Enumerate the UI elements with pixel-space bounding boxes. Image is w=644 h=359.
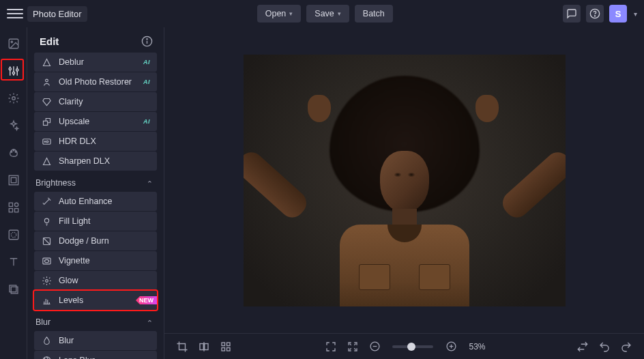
rail-item-textures[interactable] <box>4 225 23 244</box>
tool-label: HDR DLX <box>59 137 96 146</box>
photo <box>244 55 566 306</box>
tool-old-photo-restorer[interactable]: Old Photo RestorerAI <box>34 72 157 91</box>
rail-item-liquify[interactable] <box>4 89 23 108</box>
svg-point-34 <box>45 279 48 282</box>
drop-icon <box>41 335 52 346</box>
triangle-icon <box>41 156 52 167</box>
wand-icon <box>41 196 52 207</box>
svg-point-12 <box>13 150 14 152</box>
tool-deblur[interactable]: DeblurAI <box>34 53 157 72</box>
tool-clarity[interactable]: Clarity <box>34 92 157 111</box>
rail-item-retouch[interactable] <box>4 34 23 53</box>
svg-point-1 <box>594 16 595 16</box>
rail-item-text[interactable] <box>4 253 23 272</box>
svg-rect-23 <box>10 285 16 292</box>
svg-rect-16 <box>9 203 12 206</box>
topbar-right: S ▾ <box>563 5 637 23</box>
svg-point-10 <box>12 97 15 100</box>
topbar-center: Open▾ Save▾ Batch <box>87 5 563 23</box>
tool-auto-enhance[interactable]: Auto Enhance <box>34 192 157 211</box>
tool-dodge-burn[interactable]: Dodge / Burn <box>34 231 157 250</box>
zoom-slider[interactable] <box>392 345 433 348</box>
open-button[interactable]: Open▾ <box>257 5 302 23</box>
contrast-icon <box>41 235 52 246</box>
restore-icon <box>41 76 52 87</box>
section-label: Brightness <box>35 178 76 188</box>
tool-label: Dodge / Burn <box>59 236 109 246</box>
zoom-out[interactable] <box>366 339 383 355</box>
tool-lens-blur[interactable]: Lens Blur <box>34 351 157 359</box>
help-button[interactable] <box>586 5 604 23</box>
section-brightness[interactable]: Brightness⌄ <box>34 171 157 192</box>
fit-screen[interactable] <box>323 339 339 355</box>
tool-label: Fill Light <box>59 216 91 226</box>
zoom-thumb[interactable] <box>407 343 415 351</box>
svg-rect-14 <box>9 175 18 185</box>
svg-point-11 <box>11 152 12 153</box>
batch-button[interactable]: Batch <box>355 5 393 23</box>
svg-rect-37 <box>205 343 208 349</box>
sidebar-title: Edit <box>40 35 59 47</box>
actual-size[interactable] <box>345 339 361 355</box>
rail-item-frame[interactable] <box>4 171 23 190</box>
tool-label: Auto Enhance <box>59 197 113 206</box>
svg-point-8 <box>12 72 14 74</box>
undo-button[interactable] <box>596 339 613 355</box>
rail-item-ai[interactable] <box>4 116 23 135</box>
tool-fill-light[interactable]: Fill Light <box>34 212 157 231</box>
svg-point-3 <box>11 41 12 42</box>
tool-blur[interactable]: Blur <box>34 331 157 350</box>
tool-label: Sharpen DLX <box>59 156 110 166</box>
redo-button[interactable] <box>618 339 634 355</box>
section-blur[interactable]: Blur⌄ <box>34 311 157 331</box>
tool-label: Old Photo Restorer <box>59 77 132 87</box>
svg-rect-38 <box>222 343 225 346</box>
rail-item-edit[interactable] <box>4 61 23 81</box>
svg-rect-19 <box>14 209 18 212</box>
flip-tool[interactable] <box>196 339 212 355</box>
user-avatar[interactable]: S <box>609 5 627 23</box>
svg-point-26 <box>147 39 147 40</box>
hdr-icon <box>41 136 52 147</box>
canvas[interactable] <box>164 27 644 333</box>
user-menu-caret[interactable]: ▾ <box>634 10 637 18</box>
tool-label: Lens Blur <box>59 356 95 359</box>
top-bar: Photo Editor Open▾ Save▾ Batch S ▾ <box>0 0 644 27</box>
vignette-icon <box>41 255 52 266</box>
ai-badge: AI <box>143 118 150 125</box>
crop-tool[interactable] <box>174 339 190 355</box>
ai-badge: AI <box>143 78 150 85</box>
tool-sharpen-dlx[interactable]: Sharpen DLX <box>34 152 157 171</box>
zoom-in[interactable] <box>443 339 459 355</box>
menu-button[interactable] <box>7 5 23 22</box>
rail-item-draw[interactable] <box>4 143 23 162</box>
save-button[interactable]: Save▾ <box>306 5 349 23</box>
tool-label: Upscale <box>59 117 89 126</box>
rail-item-elements[interactable] <box>4 198 23 217</box>
rail-item-layers[interactable] <box>4 280 23 299</box>
feedback-button[interactable] <box>563 5 581 23</box>
info-icon[interactable] <box>141 35 153 47</box>
svg-rect-41 <box>227 347 231 351</box>
svg-point-7 <box>9 68 11 70</box>
chevron-up-icon: ⌄ <box>147 179 153 188</box>
tool-label: Vignette <box>59 256 90 265</box>
svg-rect-39 <box>227 343 231 346</box>
svg-rect-36 <box>200 343 203 349</box>
tool-levels[interactable]: LevelsNEW <box>34 291 157 310</box>
upscale-icon <box>41 116 52 127</box>
tool-label: Glow <box>59 276 78 285</box>
canvas-area: 53% <box>164 27 644 359</box>
tool-hdr-dlx[interactable]: HDR DLX <box>34 132 157 151</box>
svg-point-30 <box>44 218 48 222</box>
svg-point-33 <box>44 259 48 262</box>
svg-point-21 <box>11 232 16 238</box>
grid-tool[interactable] <box>218 339 234 355</box>
tool-upscale[interactable]: UpscaleAI <box>34 112 157 131</box>
svg-point-9 <box>16 69 18 71</box>
tool-vignette[interactable]: Vignette <box>34 251 157 270</box>
svg-rect-20 <box>9 230 18 240</box>
tool-glow[interactable]: Glow <box>34 271 157 290</box>
compare-toggle[interactable] <box>574 339 591 355</box>
app-title[interactable]: Photo Editor <box>27 6 87 22</box>
